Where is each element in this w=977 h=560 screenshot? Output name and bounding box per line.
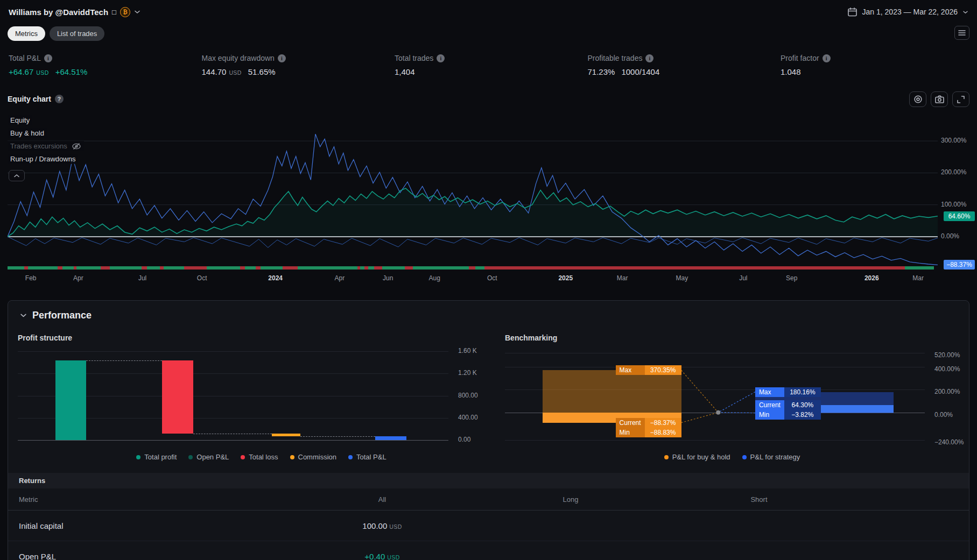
legend-trades-excursions[interactable]: Trades excursions (8, 141, 84, 151)
bar-total-profit[interactable] (55, 360, 87, 440)
benchmark-badge-p-l-for-buy-hold-min: Min−88.83% (616, 428, 681, 437)
info-icon[interactable]: i (645, 54, 653, 62)
trade-strip-segment (298, 266, 357, 270)
trade-strip-segment (160, 266, 164, 270)
benchmark-badge-p-l-for-strategy-max: Max180.16% (755, 387, 821, 397)
collapse-panel-button[interactable] (9, 170, 25, 181)
tab-metrics[interactable]: Metrics (8, 26, 45, 41)
waterfall-connector (193, 434, 272, 434)
benchmark-badge-p-l-for-strategy-min: Min−3.82% (755, 410, 821, 420)
bar-commission[interactable] (272, 434, 300, 437)
returns-row-open-p-l[interactable]: Open P&L+0.40USD (8, 541, 969, 560)
report-tabs: Metrics List of trades (8, 25, 969, 42)
metric-total-trades: Total tradesi1,404 (395, 54, 588, 87)
x-axis-tick: Jul (739, 274, 747, 282)
trade-strip-segment (413, 266, 469, 270)
chart-snapshot-button[interactable] (931, 91, 948, 107)
legend-dot (664, 455, 669, 459)
metric-extra-value: +64.51% (55, 67, 88, 76)
profit-structure-plot[interactable] (18, 351, 448, 440)
benchmarking-plot[interactable]: Max370.35%Current−88.37%Min−88.83%Max180… (505, 349, 925, 443)
legend-dot (742, 455, 747, 459)
metric-value: 144.70USD51.65% (202, 67, 395, 76)
benchmark-connectors (505, 349, 925, 443)
x-axis-tick: 2025 (558, 274, 573, 282)
benchmark-badge-p-l-for-buy-hold-current: Current−88.37% (616, 418, 681, 428)
trade-strip-segment (475, 266, 484, 270)
benchmarking-title: Benchmarking (505, 334, 959, 342)
legend-buy-hold[interactable]: Buy & hold (8, 128, 47, 138)
metric-unit: USD (36, 69, 48, 76)
legend-label: Total loss (249, 453, 278, 461)
trade-strip-segment (147, 266, 160, 270)
equity-chart-plot[interactable] (8, 116, 938, 272)
y-axis-tick: 200.00% (934, 388, 960, 395)
y-axis-tick: −240.00% (934, 438, 964, 446)
trade-strip-segment (469, 266, 475, 270)
info-icon[interactable]: i (278, 54, 286, 62)
top-bar: Williams by @DaviddTech □ ₿ Jan 1, 2023 … (0, 0, 977, 24)
y-axis-tick: 520.00% (934, 351, 960, 359)
axis-badge-buy-hold: −88.37% (944, 260, 975, 270)
legend-p-l-for-buy-hold[interactable]: P&L for buy & hold (664, 453, 730, 461)
legend-total-loss[interactable]: Total loss (241, 453, 278, 461)
legend-total-p-l[interactable]: Total P&L (348, 453, 386, 461)
x-axis-tick: 2024 (268, 274, 283, 282)
benchmark-center-dot (716, 410, 720, 415)
trade-strip-segment (382, 266, 404, 270)
bar-total-p-l[interactable] (375, 436, 406, 440)
trade-strip-segment (283, 266, 298, 270)
returns-metric-name: Open P&L (8, 552, 288, 560)
legend-open-p-l[interactable]: Open P&L (188, 453, 229, 461)
y-axis-tick: 0.00% (934, 411, 953, 419)
legend-label: Buy & hold (10, 129, 44, 137)
trade-strip-segment (142, 266, 147, 270)
strategy-title-group[interactable]: Williams by @DaviddTech □ ₿ (9, 7, 140, 17)
legend-label: Commission (298, 453, 337, 461)
waterfall-connector (86, 360, 162, 361)
chart-fullscreen-button[interactable] (952, 91, 969, 107)
returns-row-initial-capital[interactable]: Initial capital100.00USD (8, 511, 969, 541)
metric-max-equity-drawdown: Max equity drawdowni144.70USD51.65% (202, 54, 395, 87)
layout-menu-button[interactable] (954, 26, 969, 40)
badge-value: 180.16% (784, 387, 821, 397)
returns-column-long: Long (476, 495, 665, 504)
metric-value: 1.048 (781, 67, 974, 76)
performance-header[interactable]: Performance (8, 301, 969, 326)
returns-value: 100.00 (362, 521, 387, 530)
returns-column-all: All (288, 495, 476, 504)
y-axis-tick: 0.00% (941, 232, 959, 240)
trade-strip-segment (405, 266, 413, 270)
badge-value: 64.30% (784, 400, 821, 410)
trade-strip-segment (28, 266, 58, 270)
legend-total-profit[interactable]: Total profit (136, 453, 177, 461)
performance-title: Performance (32, 310, 92, 321)
profit-structure-legend: Total profitOpen P&LTotal lossCommission… (18, 453, 505, 461)
help-icon[interactable]: ? (55, 95, 64, 103)
benchmarking-column: Benchmarking Max370.35%Current−88.37%Min… (505, 326, 959, 461)
strategy-chevron-down-icon[interactable] (134, 10, 140, 14)
legend-commission[interactable]: Commission (290, 453, 337, 461)
legend-p-l-for-strategy[interactable]: P&L for strategy (742, 453, 800, 461)
tab-list-of-trades[interactable]: List of trades (50, 26, 104, 41)
info-icon[interactable]: i (823, 54, 831, 62)
bar-total-loss[interactable] (162, 360, 193, 434)
info-icon[interactable]: i (44, 54, 52, 62)
trade-strip-segment (207, 266, 240, 270)
badge-value: 370.35% (645, 365, 681, 375)
legend-run-up-drawdowns[interactable]: Run-up / Drawdowns (8, 154, 78, 164)
calendar-icon (847, 7, 857, 17)
trade-strip-segment (256, 266, 261, 270)
date-range-picker[interactable]: Jan 1, 2023 — Mar 22, 2026 (847, 7, 968, 17)
metric-unit: USD (229, 69, 241, 76)
trade-strip-segment (62, 266, 74, 270)
legend-equity[interactable]: Equity (8, 115, 32, 125)
gridline (18, 440, 448, 441)
x-axis-tick: May (676, 274, 688, 282)
y-axis-tick: 1.20 K (458, 369, 477, 377)
profit-structure-column: Profit structure 1.60 K1.20 K800.00400.0… (18, 326, 505, 461)
info-icon[interactable]: i (437, 54, 445, 62)
chart-settings-button[interactable] (909, 91, 926, 107)
returns-unit: USD (389, 523, 402, 530)
badge-label: Max (616, 365, 645, 375)
